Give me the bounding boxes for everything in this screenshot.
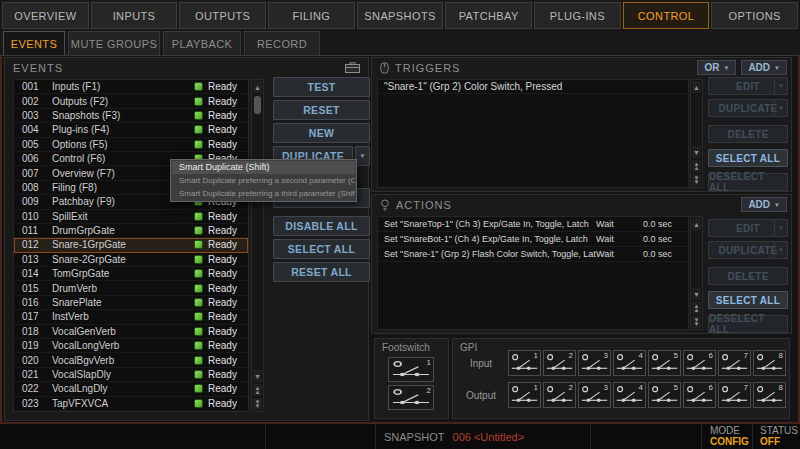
scroll-double-up-icon[interactable]: ▲▲ xyxy=(253,384,262,396)
new-button[interactable]: NEW xyxy=(273,123,370,143)
scroll-down-icon[interactable]: ▼ xyxy=(692,288,701,300)
scroll-double-down-icon[interactable]: ▼▼ xyxy=(692,316,701,328)
or-mode-button[interactable]: OR▼ xyxy=(697,60,736,75)
input-switch-5[interactable]: 5 xyxy=(648,350,681,376)
input-switch-2[interactable]: 2 xyxy=(543,350,576,376)
nav-tab-outputs[interactable]: OUTPUTS xyxy=(179,2,266,29)
deselect-all-button: DESELECT ALL xyxy=(708,173,788,191)
scroll-down-icon[interactable]: ▼ xyxy=(253,370,262,382)
action-row[interactable]: Set "SnareTop-1" (Ch 3) Exp/Gate In, Tog… xyxy=(378,217,688,232)
nav-tab-patchbay[interactable]: PATCHBAY xyxy=(445,2,532,29)
input-switch-3[interactable]: 3 xyxy=(578,350,611,376)
event-row[interactable]: 005Options (F5)Ready xyxy=(14,138,248,152)
scroll-down-icon[interactable]: ▼ xyxy=(692,146,701,158)
disable-all-button[interactable]: DISABLE ALL xyxy=(273,216,370,236)
select-all-button[interactable]: SELECT ALL xyxy=(708,149,788,167)
nav-tab-plug-ins[interactable]: PLUG-INS xyxy=(534,2,621,29)
output-switch-7[interactable]: 7 xyxy=(718,382,751,408)
select-all-button[interactable]: SELECT ALL xyxy=(708,291,788,309)
event-row[interactable]: 012Snare-1GrpGateReady xyxy=(14,238,248,252)
menu-item: Smart Duplicate preferring a second para… xyxy=(172,174,355,187)
test-button[interactable]: TEST xyxy=(273,77,370,97)
reset-all-button[interactable]: RESET ALL xyxy=(273,262,370,282)
nav-tab-filing[interactable]: FILING xyxy=(268,2,355,29)
input-switch-1[interactable]: 1 xyxy=(508,350,541,376)
nav-tab-inputs[interactable]: INPUTS xyxy=(91,2,178,29)
nav-tab-snapshots[interactable]: SNAPSHOTS xyxy=(357,2,444,29)
subtab-playback[interactable]: PLAYBACK xyxy=(163,31,241,55)
folder-icon[interactable] xyxy=(345,62,360,73)
event-row[interactable]: 010SpillExitReady xyxy=(14,210,248,224)
output-switch-2[interactable]: 2 xyxy=(543,382,576,408)
scroll-double-up-icon[interactable]: ▲▲ xyxy=(692,302,701,314)
event-row[interactable]: 022VocalLngDlyReady xyxy=(14,382,248,396)
chevron-down-icon: ▼ xyxy=(774,100,787,116)
output-switch-4[interactable]: 4 xyxy=(613,382,646,408)
scroll-up-icon[interactable]: ▲ xyxy=(692,218,701,230)
event-row[interactable]: 002Outputs (F2)Ready xyxy=(14,94,248,108)
status-indicator[interactable]: STATUS OFF xyxy=(760,426,798,447)
statusbar-divider xyxy=(752,424,753,449)
output-switch-6[interactable]: 6 xyxy=(683,382,716,408)
event-row[interactable]: 015DrumVerbReady xyxy=(14,281,248,295)
scroll-up-icon[interactable]: ▲ xyxy=(692,81,701,93)
event-number: 008 xyxy=(18,182,52,193)
footswitch-switch-1[interactable]: 1 xyxy=(388,357,434,382)
nav-tab-overview[interactable]: OVERVIEW xyxy=(2,2,89,29)
add-action-button[interactable]: ADD▼ xyxy=(741,197,787,212)
triggers-scrollbar[interactable]: ▲▼▲▲▼▼ xyxy=(690,79,703,188)
actions-scrollbar[interactable]: ▲▼▲▲▼▼ xyxy=(690,216,703,330)
action-row[interactable]: Set "SnareBot-1" (Ch 4) Exp/Gate In, Tog… xyxy=(378,232,688,247)
events-scrollbar[interactable]: ▲▼▲▲▼▼ xyxy=(251,79,264,412)
event-row[interactable]: 013Snare-2GrpGateReady xyxy=(14,253,248,267)
event-row[interactable]: 014TomGrpGateReady xyxy=(14,267,248,281)
trigger-row[interactable]: "Snare-1" (Grp 2) Color Switch, Pressed xyxy=(378,80,688,94)
select-all-button[interactable]: SELECT ALL xyxy=(273,239,370,259)
event-row[interactable]: 018VocalGenVerbReady xyxy=(14,325,248,339)
event-row[interactable]: 004Plug-ins (F4)Ready xyxy=(14,123,248,137)
footswitch-switch-2[interactable]: 2 xyxy=(388,385,434,410)
scroll-double-down-icon[interactable]: ▼▼ xyxy=(253,398,262,410)
event-row[interactable]: 003Snapshots (F3)Ready xyxy=(14,109,248,123)
event-row[interactable]: 020VocalBgvVerbReady xyxy=(14,353,248,367)
scroll-double-down-icon[interactable]: ▼▼ xyxy=(692,174,701,186)
event-number: 006 xyxy=(18,153,52,164)
subtab-mute-groups[interactable]: MUTE GROUPS xyxy=(68,31,160,55)
subtab-record[interactable]: RECORD xyxy=(244,31,320,55)
input-switch-7[interactable]: 7 xyxy=(718,350,751,376)
events-header: EVENTS xyxy=(5,58,368,78)
event-status: Ready xyxy=(208,297,244,308)
input-switch-4[interactable]: 4 xyxy=(613,350,646,376)
output-switch-3[interactable]: 3 xyxy=(578,382,611,408)
event-row[interactable]: 011DrumGrpGateReady xyxy=(14,224,248,238)
event-status: Ready xyxy=(208,283,244,294)
events-panel: EVENTS 001Inputs (F1)Ready002Outputs (F2… xyxy=(4,57,369,421)
output-switch-1[interactable]: 1 xyxy=(508,382,541,408)
scroll-up-icon[interactable]: ▲ xyxy=(253,81,262,93)
switch-number: 1 xyxy=(534,351,538,360)
duplicate-dropdown-button[interactable]: ▼ xyxy=(355,146,370,166)
reset-button[interactable]: RESET xyxy=(273,100,370,120)
input-switch-6[interactable]: 6 xyxy=(683,350,716,376)
input-switch-8[interactable]: 8 xyxy=(753,350,786,376)
event-row[interactable]: 016SnarePlateReady xyxy=(14,296,248,310)
subtab-events[interactable]: EVENTS xyxy=(3,31,65,55)
scroll-double-up-icon[interactable]: ▲▲ xyxy=(692,160,701,172)
nav-tab-options[interactable]: OPTIONS xyxy=(711,2,798,29)
action-row[interactable]: Set "Snare-1" (Grp 2) Flash Color Switch… xyxy=(378,247,688,262)
event-row[interactable]: 023TapVFXVCAReady xyxy=(14,397,248,411)
event-row[interactable]: 001Inputs (F1)Ready xyxy=(14,80,248,94)
add-trigger-button[interactable]: ADD▼ xyxy=(741,60,787,75)
switch-number: 4 xyxy=(639,351,643,360)
switch-number: 5 xyxy=(674,351,678,360)
event-row[interactable]: 017InstVerbReady xyxy=(14,310,248,324)
event-row[interactable]: 021VocalSlapDlyReady xyxy=(14,368,248,382)
scroll-thumb[interactable] xyxy=(254,96,261,114)
events-list: 001Inputs (F1)Ready002Outputs (F2)Ready0… xyxy=(13,79,249,412)
output-switch-5[interactable]: 5 xyxy=(648,382,681,408)
menu-item[interactable]: Smart Duplicate (Shift) xyxy=(172,161,355,174)
mode-indicator[interactable]: MODE CONFIG xyxy=(710,426,749,447)
nav-tab-control[interactable]: CONTROL xyxy=(623,2,710,29)
output-switch-8[interactable]: 8 xyxy=(753,382,786,408)
event-row[interactable]: 019VocalLongVerbReady xyxy=(14,339,248,353)
